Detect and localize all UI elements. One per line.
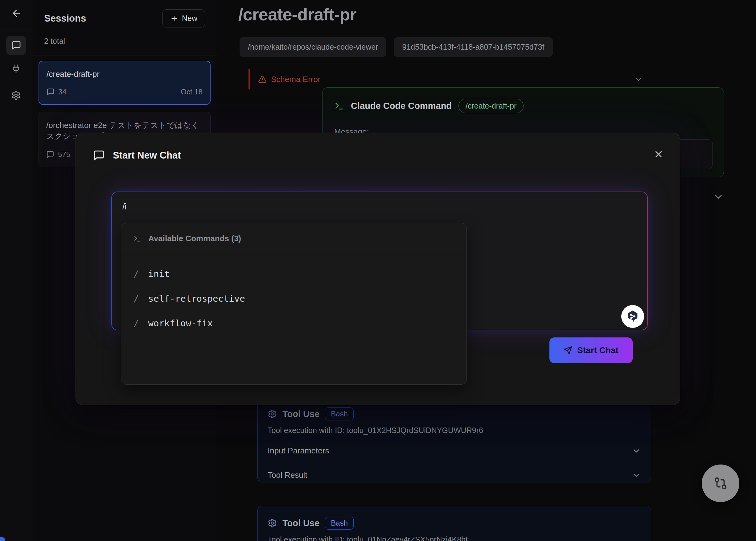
chevron-down-icon[interactable] [713,191,724,202]
sidebar-item-chats[interactable] [6,36,26,55]
command-badge: /create-draft-pr [459,99,524,113]
tool-gear-icon [268,518,277,528]
sidebar-item-settings[interactable] [7,86,25,104]
schema-error-label: Schema Error [271,75,320,84]
tool-use-card-1: Tool Use Bash Tool execution with ID: to… [257,397,651,482]
arrow-left-icon [11,8,22,19]
plug-icon [11,64,21,73]
plus-icon [170,15,178,23]
sessions-total: 2 total [44,37,205,46]
bash-badge: Bash [325,407,354,420]
input-parameters-toggle[interactable]: Input Parameters [268,446,641,456]
start-chat-button[interactable]: Start Chat [550,337,633,363]
send-icon [564,346,572,355]
chevron-down-icon[interactable] [634,75,643,84]
warning-triangle-icon [258,75,267,84]
corner-toast-fragment [0,537,5,541]
tool-result-label: Tool Result [268,470,307,480]
chevron-down-icon [632,446,641,456]
app-window: Sessions New 2 total /create-draft-pr 34 [0,0,756,541]
chat-icon [93,150,105,161]
chat-icon [11,40,21,50]
message-count-icon [47,88,55,96]
git-compare-floating-button[interactable] [702,464,739,502]
message-count-icon [46,151,54,159]
tool-use-title: Tool Use [282,518,319,528]
session-title: /create-draft-pr [47,69,202,79]
rail-divider [0,30,32,30]
session-date: Oct 18 [181,88,202,96]
command-name: self-retrospective [148,293,245,304]
tool-execution-id: Tool execution with ID: toolu_01NnZaey4r… [268,535,641,541]
new-session-label: New [182,14,197,23]
command-prefix: / [134,269,139,279]
sessions-title: Sessions [44,13,86,24]
command-autocomplete-popover: Available Commands (3) / init / self-ret… [121,223,467,385]
repo-path-badge: /home/kaito/repos/claude-code-viewer [239,37,386,57]
close-icon[interactable] [653,149,664,160]
back-button[interactable] [8,5,25,22]
input-parameters-label: Input Parameters [268,446,329,456]
tool-execution-id: Tool execution with ID: toolu_01X2HSJQrd… [268,426,641,435]
command-option-self-retrospective[interactable]: / self-retrospective [134,286,454,311]
command-card-title: Claude Code Command [351,101,452,111]
icon-rail [0,0,32,541]
page-title: /create-draft-pr [238,4,356,24]
command-name: init [148,269,170,279]
start-new-chat-dialog: Start New Chat /i [76,133,680,405]
tool-use-title: Tool Use [282,409,319,419]
sessions-header: Sessions New 2 total [32,0,217,56]
session-message-count: 34 [58,88,67,96]
session-meta-badges: /home/kaito/repos/claude-code-viewer 91d… [239,37,553,57]
session-id-badge: 91d53bcb-413f-4118-a807-b1457075d73f [394,37,553,57]
gear-icon [11,90,21,100]
chevron-down-icon [632,471,641,480]
schema-error-banner[interactable]: Schema Error [248,69,651,90]
new-session-button[interactable]: New [163,9,205,27]
tool-use-card-2: Tool Use Bash Tool execution with ID: to… [257,506,651,541]
session-item-create-draft-pr[interactable]: /create-draft-pr 34 Oct 18 [39,61,210,105]
command-option-init[interactable]: / init [134,262,454,286]
command-option-workflow-fix[interactable]: / workflow-fix [134,311,454,335]
available-commands-header: Available Commands (3) [148,234,241,244]
terminal-icon [334,101,344,111]
bash-badge: Bash [325,517,354,530]
command-list: / init / self-retrospective / workflow-f… [121,254,467,343]
start-chat-label: Start Chat [577,345,618,355]
command-prefix: / [134,293,139,304]
chat-message-input[interactable]: /i [123,202,307,212]
tool-gear-icon [268,409,277,418]
git-compare-icon [713,476,728,490]
sidebar-item-mcp[interactable] [7,60,25,78]
dialog-title: Start New Chat [113,150,181,161]
command-name: workflow-fix [148,318,213,328]
command-prefix: / [134,318,139,328]
tool-result-toggle[interactable]: Tool Result [268,470,641,480]
terminal-icon [134,235,142,243]
claude-code-viewer-logo [621,305,644,328]
session-message-count: 575 [58,150,70,159]
